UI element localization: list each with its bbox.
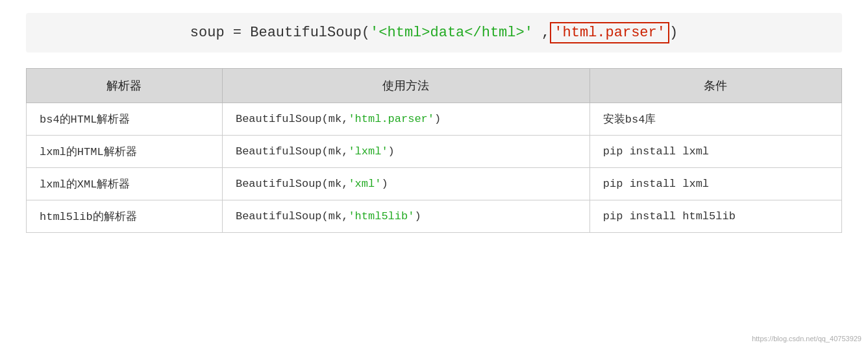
usage-suffix-0: ) <box>434 113 441 125</box>
cell-parser-0: bs4的HTML解析器 <box>27 103 223 136</box>
parser-table: 解析器 使用方法 条件 bs4的HTML解析器 BeautifulSoup(mk… <box>26 68 842 233</box>
cell-parser-3: html5lib的解析器 <box>27 200 223 233</box>
usage-suffix-2: ) <box>381 178 388 190</box>
usage-arg-1: 'lxml' <box>348 145 388 158</box>
table-row: bs4的HTML解析器 BeautifulSoup(mk,'html.parse… <box>27 103 842 136</box>
usage-prefix-0: BeautifulSoup(mk, <box>236 113 348 125</box>
code-prefix: soup = BeautifulSoup( <box>190 25 370 41</box>
table-row: lxml的HTML解析器 BeautifulSoup(mk,'lxml') pi… <box>27 136 842 168</box>
code-block: soup = BeautifulSoup('<html>data</html>'… <box>26 13 842 53</box>
usage-prefix-1: BeautifulSoup(mk, <box>236 145 348 158</box>
watermark: https://blog.csdn.net/qq_40753929 <box>752 335 862 343</box>
usage-prefix-3: BeautifulSoup(mk, <box>236 210 348 223</box>
code-separator: , <box>533 25 550 41</box>
usage-arg-3: 'html5lib' <box>348 210 414 223</box>
usage-suffix-1: ) <box>388 145 395 158</box>
cell-condition-0: 安装bs4库 <box>589 103 841 136</box>
table-header: 解析器 使用方法 条件 <box>27 69 842 103</box>
cell-condition-3: pip install html5lib <box>589 200 841 233</box>
cell-parser-1: lxml的HTML解析器 <box>27 136 223 168</box>
usage-arg-2: 'xml' <box>348 178 381 190</box>
header-condition: 条件 <box>589 69 841 103</box>
table-row: html5lib的解析器 BeautifulSoup(mk,'html5lib'… <box>27 200 842 233</box>
code-arg1: '<html>data</html>' <box>370 25 533 41</box>
table-body: bs4的HTML解析器 BeautifulSoup(mk,'html.parse… <box>27 103 842 233</box>
cell-usage-0: BeautifulSoup(mk,'html.parser') <box>222 103 589 136</box>
table-row: lxml的XML解析器 BeautifulSoup(mk,'xml') pip … <box>27 168 842 200</box>
cell-parser-2: lxml的XML解析器 <box>27 168 223 200</box>
cell-usage-2: BeautifulSoup(mk,'xml') <box>222 168 589 200</box>
header-usage: 使用方法 <box>222 69 589 103</box>
cell-usage-1: BeautifulSoup(mk,'lxml') <box>222 136 589 168</box>
cell-condition-2: pip install lxml <box>589 168 841 200</box>
cell-usage-3: BeautifulSoup(mk,'html5lib') <box>222 200 589 233</box>
code-arg2-highlighted: 'html.parser' <box>550 22 669 43</box>
usage-suffix-3: ) <box>414 210 421 223</box>
header-parser: 解析器 <box>27 69 223 103</box>
cell-condition-1: pip install lxml <box>589 136 841 168</box>
usage-arg-0: 'html.parser' <box>348 113 434 125</box>
usage-prefix-2: BeautifulSoup(mk, <box>236 178 348 190</box>
code-suffix: ) <box>669 25 678 41</box>
